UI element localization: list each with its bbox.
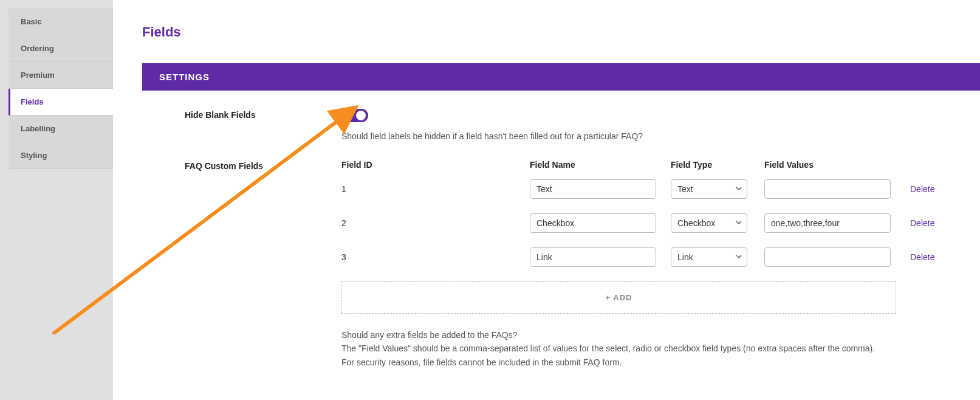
hide-blank-help: Should field labels be hidden if a field… xyxy=(341,130,961,143)
field-values-input[interactable] xyxy=(764,213,891,233)
table-row: 3 Link xyxy=(341,247,961,267)
header-field-type: Field Type xyxy=(671,160,764,170)
header-field-name: Field Name xyxy=(530,160,671,170)
sidebar-item-basic[interactable]: Basic xyxy=(9,9,113,35)
field-type-select[interactable]: Link xyxy=(671,247,747,267)
page-title: Fields xyxy=(142,24,980,40)
setting-custom-fields: FAQ Custom Fields Field ID Field Name Fi… xyxy=(185,160,961,369)
sidebar-item-styling[interactable]: Styling xyxy=(9,142,113,169)
field-name-input[interactable] xyxy=(530,247,656,267)
sidebar-item-fields[interactable]: Fields xyxy=(9,89,113,116)
delete-button[interactable]: Delete xyxy=(910,184,934,194)
field-values-input[interactable] xyxy=(764,247,891,267)
field-name-input[interactable] xyxy=(530,213,656,233)
setting-hide-blank: Hide Blank Fields Should field labels be… xyxy=(185,109,961,143)
header-field-values: Field Values xyxy=(764,160,905,170)
delete-button[interactable]: Delete xyxy=(910,218,934,228)
row-id: 3 xyxy=(341,252,530,262)
custom-fields-description: Should any extra fields be added to the … xyxy=(341,328,961,369)
row-id: 2 xyxy=(341,218,530,228)
fields-header-row: Field ID Field Name Field Type Field Val… xyxy=(341,160,961,170)
field-values-input[interactable] xyxy=(764,179,891,199)
main-content: Fields SETTINGS Hide Blank Fields Should… xyxy=(113,0,980,400)
field-type-select[interactable]: Checkbox xyxy=(671,213,747,233)
settings-body: Hide Blank Fields Should field labels be… xyxy=(142,91,980,400)
row-id: 1 xyxy=(341,184,530,194)
sidebar: Basic Ordering Premium Fields Labelling … xyxy=(0,0,113,400)
add-button[interactable]: + ADD xyxy=(341,281,896,314)
table-row: 1 Text xyxy=(341,179,961,199)
hide-blank-toggle[interactable] xyxy=(341,109,368,122)
custom-fields-table: Field ID Field Name Field Type Field Val… xyxy=(341,160,961,369)
sidebar-item-ordering[interactable]: Ordering xyxy=(9,35,113,62)
delete-button[interactable]: Delete xyxy=(910,252,934,262)
toggle-knob xyxy=(356,111,366,120)
field-name-input[interactable] xyxy=(530,179,656,199)
sidebar-item-premium[interactable]: Premium xyxy=(9,62,113,89)
field-type-select[interactable]: Text xyxy=(671,179,747,199)
header-field-id: Field ID xyxy=(341,160,530,170)
custom-fields-label: FAQ Custom Fields xyxy=(185,160,341,369)
hide-blank-label: Hide Blank Fields xyxy=(185,109,341,143)
table-row: 2 Checkbox xyxy=(341,213,961,233)
settings-header: SETTINGS xyxy=(142,63,980,91)
sidebar-item-labelling[interactable]: Labelling xyxy=(9,116,113,142)
